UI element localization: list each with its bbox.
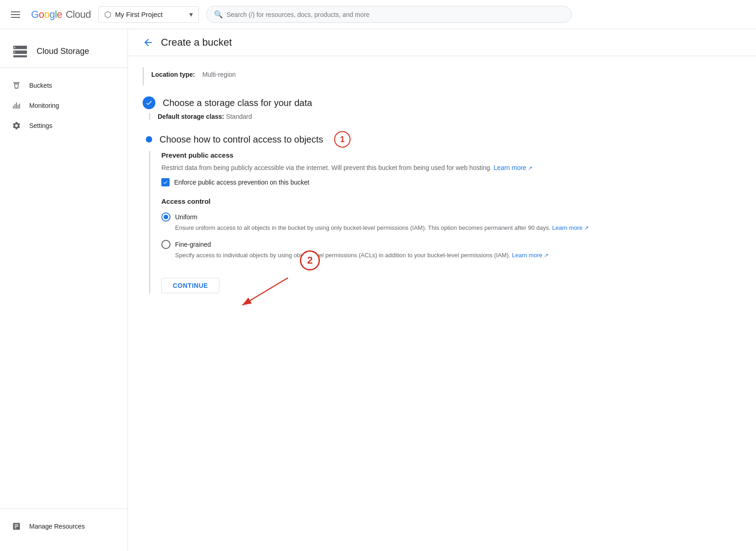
step-storage-class: Choose a storage class for your data Def…	[143, 96, 741, 120]
fine-grained-radio[interactable]	[161, 240, 170, 249]
step-access-control-header: Choose how to control access to objects …	[143, 131, 741, 148]
location-type-value: Multi-region	[202, 71, 236, 78]
access-control-options-section: Access control Uniform Ensure uniform ac…	[161, 197, 741, 293]
sidebar-item-monitoring[interactable]: Monitoring	[0, 95, 122, 116]
step-check-icon	[143, 96, 155, 109]
sidebar-item-manage-resources-label: Manage Resources	[29, 523, 85, 530]
main-layout: Cloud Storage Buckets Monitoring	[0, 29, 756, 551]
uniform-radio-inner	[164, 215, 168, 219]
sidebar-title: Cloud Storage	[37, 47, 89, 56]
step-storage-class-subtitle: Default storage class: Standard	[149, 113, 741, 120]
sidebar-item-settings[interactable]: Settings	[0, 116, 122, 136]
sidebar-nav: Buckets Monitoring Settings	[0, 72, 128, 139]
sidebar-item-settings-label: Settings	[29, 122, 53, 129]
prevent-public-access-description: Restrict data from being publicly access…	[161, 163, 741, 173]
uniform-label: Uniform	[175, 213, 197, 221]
location-type-info: Location type: Multi-region	[143, 67, 741, 85]
fine-grained-learn-more[interactable]: Learn more ↗	[512, 252, 548, 259]
annotation-1-badge: 1	[334, 131, 351, 148]
step-storage-class-title: Choose a storage class for your data	[163, 98, 312, 108]
uniform-description: Ensure uniform access to all objects in …	[175, 223, 741, 233]
sidebar: Cloud Storage Buckets Monitoring	[0, 29, 128, 551]
fine-grained-desc-text: Specify access to individual objects by …	[175, 252, 512, 259]
continue-button[interactable]: CONTINUE	[161, 278, 219, 293]
content-header: Create a bucket	[128, 29, 756, 56]
uniform-external-link-icon: ↗	[584, 225, 589, 231]
cloud-text: Cloud	[66, 9, 91, 20]
sidebar-item-buckets-label: Buckets	[29, 82, 52, 89]
fine-grained-description: Specify access to individual objects by …	[175, 251, 741, 260]
access-control-content: Prevent public access Restrict data from…	[149, 151, 741, 293]
step-dot-icon	[146, 136, 152, 143]
cloud-storage-logo	[11, 42, 29, 60]
chart-icon	[11, 101, 22, 110]
external-link-icon: ↗	[528, 165, 532, 171]
search-bar[interactable]: 🔍	[206, 6, 572, 23]
sidebar-item-buckets[interactable]: Buckets	[0, 75, 122, 95]
svg-rect-4	[14, 51, 16, 53]
access-control-heading: Access control	[161, 197, 741, 205]
content-body: Location type: Multi-region Choose a sto…	[128, 56, 756, 315]
fine-grained-external-link-icon: ↗	[544, 252, 548, 259]
chevron-down-icon: ▾	[189, 10, 193, 19]
google-logo: Google Cloud	[31, 9, 91, 21]
page-title: Create a bucket	[161, 37, 232, 48]
svg-rect-3	[14, 47, 16, 49]
step-access-control: Choose how to control access to objects …	[143, 131, 741, 293]
enforce-prevention-checkbox-row[interactable]: Enforce public access prevention on this…	[161, 178, 741, 186]
default-storage-label: Default storage class:	[158, 113, 224, 120]
project-name: My First Project	[115, 11, 186, 18]
fine-grained-label: Fine-grained	[175, 241, 211, 248]
step-access-control-title: Choose how to control access to objects	[160, 134, 323, 145]
prevent-public-access-learn-more[interactable]: Learn more ↗	[494, 164, 532, 171]
fine-grained-option: Fine-grained Specify access to individua…	[161, 240, 741, 260]
prevent-public-access-section: Prevent public access Restrict data from…	[161, 151, 741, 186]
uniform-radio[interactable]	[161, 212, 170, 222]
location-type-label: Location type:	[151, 71, 195, 78]
annotation-arrow	[229, 264, 311, 310]
project-icon: ⬡	[104, 10, 112, 20]
uniform-learn-more[interactable]: Learn more ↗	[552, 224, 589, 231]
sidebar-bottom: Manage Resources	[0, 509, 128, 544]
uniform-option: Uniform Ensure uniform access to all obj…	[161, 212, 741, 233]
step-storage-class-header: Choose a storage class for your data	[143, 96, 741, 109]
sidebar-header: Cloud Storage	[0, 37, 128, 68]
enforce-prevention-label: Enforce public access prevention on this…	[174, 179, 309, 186]
top-nav: Google Cloud ⬡ My First Project ▾ 🔍	[0, 0, 756, 29]
search-input[interactable]	[227, 11, 564, 18]
back-button[interactable]	[143, 37, 154, 48]
manage-resources-icon	[11, 522, 22, 531]
content-area: Create a bucket Location type: Multi-reg…	[128, 29, 756, 551]
bucket-icon	[11, 81, 22, 90]
default-storage-value: Standard	[226, 113, 252, 120]
sidebar-item-manage-resources[interactable]: Manage Resources	[11, 516, 117, 536]
enforce-prevention-checkbox[interactable]	[161, 178, 170, 186]
sidebar-item-monitoring-label: Monitoring	[29, 102, 59, 109]
svg-rect-2	[13, 55, 27, 58]
search-icon: 🔍	[214, 10, 223, 19]
prevent-public-access-heading: Prevent public access	[161, 151, 741, 159]
fine-grained-radio-row[interactable]: Fine-grained	[161, 240, 741, 249]
continue-button-container: CONTINUE 2	[161, 278, 219, 293]
gear-icon	[11, 121, 22, 130]
hamburger-menu[interactable]	[7, 8, 24, 21]
uniform-radio-row[interactable]: Uniform	[161, 212, 741, 222]
project-selector[interactable]: ⬡ My First Project ▾	[98, 6, 199, 23]
